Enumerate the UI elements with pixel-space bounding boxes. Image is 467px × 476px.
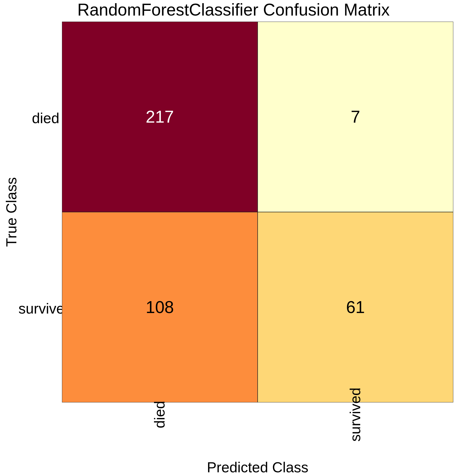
- confusion-matrix-chart: RandomForestClassifier Confusion Matrix …: [0, 0, 467, 476]
- cell-0-1: 7: [258, 22, 453, 212]
- x-tick-0: died: [134, 406, 185, 456]
- chart-title: RandomForestClassifier Confusion Matrix: [0, 0, 467, 20]
- y-axis-label: True Class: [2, 22, 21, 402]
- y-tick-0: died: [18, 110, 59, 127]
- heatmap-grid: 217 7 108 61: [62, 22, 453, 402]
- y-tick-1: survived: [18, 300, 59, 317]
- cell-0-0: 217: [62, 22, 258, 212]
- cell-1-1: 61: [258, 212, 453, 402]
- cell-1-0: 108: [62, 212, 258, 402]
- x-axis-label: Predicted Class: [62, 459, 453, 476]
- x-tick-1: survived: [330, 406, 380, 456]
